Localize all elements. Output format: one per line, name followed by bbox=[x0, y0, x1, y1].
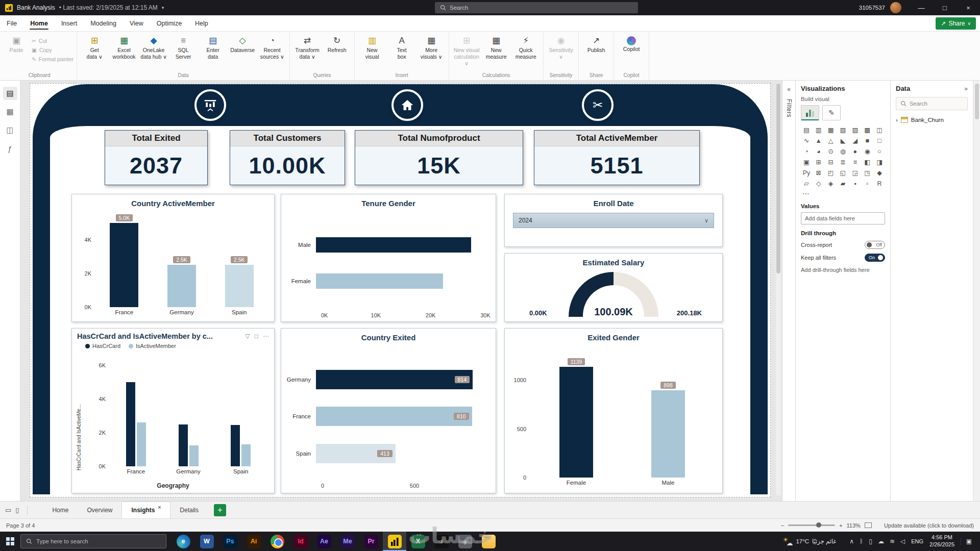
country-exited-chart[interactable]: Country Exited Germany814France810Spain4… bbox=[281, 328, 496, 493]
add-data-fields-well[interactable]: Add data fields here bbox=[801, 212, 885, 224]
app-button[interactable]: ◈ bbox=[453, 532, 477, 551]
update-available-link[interactable]: Update available (click to download) bbox=[884, 522, 974, 529]
dax-query-view-icon[interactable]: ƒ bbox=[3, 142, 17, 155]
visual-type-icon[interactable]: ○ bbox=[874, 146, 885, 156]
menu-home[interactable]: Home bbox=[23, 15, 55, 31]
word-button[interactable]: W bbox=[195, 532, 218, 551]
illustrator-button[interactable]: Ai bbox=[242, 532, 265, 551]
kpi-card-total-numofproduct[interactable]: Total Numofproduct 15K bbox=[355, 130, 523, 185]
excel-button[interactable]: X bbox=[406, 532, 430, 551]
menu-file[interactable]: File bbox=[0, 15, 23, 31]
kpi-card-total-customers[interactable]: Total Customers 10.00K bbox=[230, 130, 345, 185]
indesign-button[interactable]: Id bbox=[289, 532, 312, 551]
visual-type-icon[interactable]: ▦ bbox=[825, 125, 837, 135]
title-caret-icon[interactable]: ▾ bbox=[162, 5, 164, 10]
menu-modeling[interactable]: Modeling bbox=[84, 15, 123, 31]
visual-type-icon[interactable]: ◔ bbox=[801, 146, 812, 156]
get-data-button[interactable]: ⊞ Get data ∨ bbox=[80, 33, 109, 60]
visual-type-icon[interactable]: ▨ bbox=[849, 125, 861, 135]
excel-workbook-button[interactable]: ▦ Excel workbook bbox=[110, 33, 138, 60]
menu-optimize[interactable]: Optimize bbox=[150, 15, 188, 31]
folder-button[interactable] bbox=[477, 532, 500, 551]
avatar[interactable] bbox=[890, 2, 901, 13]
after-effects-button[interactable]: Ae bbox=[312, 532, 336, 551]
clock[interactable]: 4:56 PM 2/26/2025 bbox=[929, 534, 954, 548]
taskbar-search-box[interactable]: Type here to search bbox=[20, 534, 166, 548]
visual-type-icon[interactable]: ⊞ bbox=[813, 157, 824, 167]
visual-type-icon[interactable]: ◧ bbox=[862, 157, 873, 167]
menu-view[interactable]: View bbox=[123, 15, 150, 31]
text-box-button[interactable]: A Text box bbox=[387, 33, 416, 60]
chevron-right-icon[interactable]: › bbox=[896, 117, 898, 123]
zoom-slider[interactable] bbox=[788, 524, 835, 526]
visual-type-icon[interactable]: ◢ bbox=[849, 136, 861, 145]
visual-type-icon[interactable]: ⊙ bbox=[825, 146, 837, 156]
visual-type-icon[interactable]: ≣ bbox=[838, 157, 849, 167]
maximize-button[interactable]: □ bbox=[933, 0, 957, 15]
publish-button[interactable]: ↗ Publish bbox=[582, 33, 610, 54]
enter-data-button[interactable]: ▤ Enter data bbox=[199, 33, 227, 60]
more-visual-types-icon[interactable]: ⋯ bbox=[802, 189, 885, 197]
visual-type-icon[interactable]: ▱ bbox=[801, 179, 812, 188]
visual-type-icon[interactable]: ◰ bbox=[825, 168, 837, 178]
keep-all-filters-toggle[interactable]: On bbox=[865, 254, 885, 262]
kpi-card-total-exited[interactable]: Total Exited 2037 bbox=[105, 130, 208, 185]
visual-type-icon[interactable]: ◲ bbox=[849, 168, 861, 178]
more-options-icon[interactable]: ⋯ bbox=[263, 333, 269, 340]
visual-type-icon[interactable]: △ bbox=[825, 136, 837, 145]
visual-type-icon[interactable]: ◇ bbox=[813, 179, 824, 188]
visual-type-icon[interactable]: ∿ bbox=[801, 136, 812, 145]
scrollbar-thumb[interactable] bbox=[776, 84, 780, 273]
network-icon[interactable]: ≋ bbox=[890, 538, 895, 545]
visual-type-icon[interactable]: ◕ bbox=[813, 146, 824, 156]
scrollbar-thumb[interactable] bbox=[975, 84, 979, 119]
cut-button[interactable]: ✂Cut bbox=[32, 38, 47, 44]
volume-icon[interactable]: ◁ bbox=[900, 538, 905, 545]
visual-type-icon[interactable]: ▥ bbox=[813, 125, 824, 135]
new-measure-button[interactable]: ▦ New measure bbox=[482, 33, 510, 60]
refresh-button[interactable]: ↻ Refresh bbox=[323, 33, 351, 54]
tenure-gender-chart[interactable]: Tenure Gender MaleFemale 0K10K20K30K bbox=[281, 194, 496, 322]
add-drill-through-hint[interactable]: Add drill-through fields here bbox=[801, 267, 885, 273]
filter-icon[interactable]: ▽ bbox=[246, 333, 250, 340]
power-bi-button[interactable] bbox=[383, 532, 406, 551]
sql-server-button[interactable]: ≡ SQL Server bbox=[169, 33, 198, 60]
battery-icon[interactable]: ▯ bbox=[869, 538, 872, 545]
visual-type-icon[interactable]: ◍ bbox=[838, 146, 849, 156]
collapse-data-panel-icon[interactable]: » bbox=[964, 85, 968, 92]
copy-button[interactable]: ▣Copy bbox=[32, 47, 52, 53]
canvas-scrollbar[interactable] bbox=[776, 84, 781, 496]
action-center-button[interactable]: ▣ bbox=[961, 538, 977, 545]
visual-type-icon[interactable]: ◣ bbox=[838, 136, 849, 145]
visual-type-icon[interactable]: ▲ bbox=[813, 136, 824, 145]
media-encoder-button[interactable]: Me bbox=[336, 532, 359, 551]
new-page-button[interactable]: + bbox=[214, 504, 226, 516]
tiktok-button[interactable]: ♪ bbox=[430, 532, 453, 551]
new-visual-button[interactable]: ▥ New visual bbox=[358, 33, 386, 60]
photoshop-button[interactable]: Ps bbox=[218, 532, 242, 551]
focus-mode-icon[interactable]: □ bbox=[255, 333, 258, 340]
zoom-slider-thumb[interactable] bbox=[816, 522, 821, 528]
weather-widget[interactable]: ☀☁ 17°C غائم جزئيًا bbox=[782, 537, 836, 546]
visual-type-icon[interactable]: ◨ bbox=[874, 157, 885, 167]
visual-type-icon[interactable]: ⊠ bbox=[813, 168, 824, 178]
model-view-icon[interactable]: ◫ bbox=[3, 123, 17, 137]
close-page-icon[interactable]: × bbox=[158, 502, 161, 510]
enroll-date-slicer[interactable]: Enroll Date 2024 ∨ bbox=[504, 194, 723, 247]
hascrcard-isactivemember-chart[interactable]: HasCrCard and IsActiveMember by c... ▽□⋯… bbox=[71, 328, 275, 493]
format-visual-mode-button[interactable]: ✎ bbox=[822, 105, 841, 120]
dataset-tree-item[interactable]: › Bank_Churn bbox=[896, 117, 968, 123]
close-button[interactable]: × bbox=[957, 0, 980, 15]
onedrive-icon[interactable]: ☁ bbox=[878, 538, 884, 545]
visual-type-icon[interactable]: ◉ bbox=[862, 146, 873, 156]
zoom-out-button[interactable]: − bbox=[781, 522, 784, 529]
quick-measure-button[interactable]: ⚡ Quick measure bbox=[511, 33, 540, 60]
menu-help[interactable]: Help bbox=[188, 15, 215, 31]
onelake-data-hub-button[interactable]: ◆ OneLake data hub ∨ bbox=[139, 33, 168, 60]
page-tab-insights[interactable]: Insights × bbox=[121, 502, 170, 518]
transform-data-button[interactable]: ⇄ Transform data ∨ bbox=[293, 33, 322, 60]
chrome-button[interactable] bbox=[265, 532, 289, 551]
visual-type-icon[interactable]: ▩ bbox=[862, 125, 873, 135]
visual-type-icon[interactable]: ◱ bbox=[838, 168, 849, 178]
table-view-icon[interactable]: ▦ bbox=[3, 105, 17, 118]
